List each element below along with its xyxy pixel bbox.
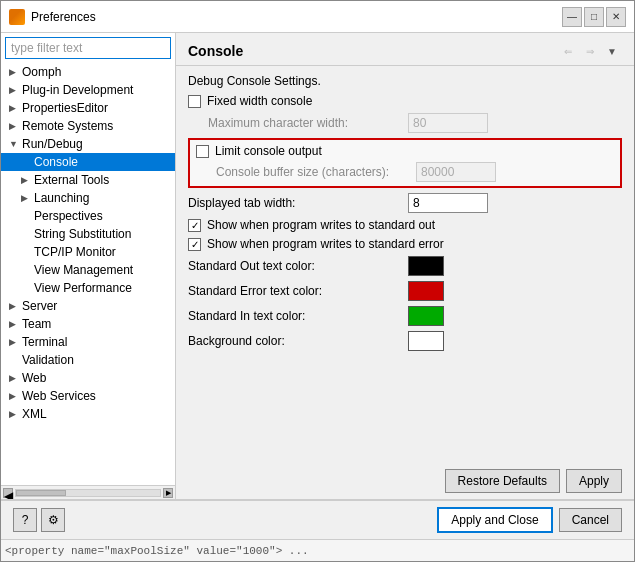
restore-defaults-button[interactable]: Restore Defaults — [445, 469, 560, 493]
tree-item-perspectives[interactable]: Perspectives — [1, 207, 175, 225]
title-bar-buttons: — □ ✕ — [562, 7, 626, 27]
tree-item-launching[interactable]: ▶ Launching — [1, 189, 175, 207]
tree-item-console[interactable]: Console — [1, 153, 175, 171]
panel-title: Console — [188, 43, 243, 59]
std-out-color-swatch[interactable] — [408, 256, 444, 276]
max-char-input — [408, 113, 488, 133]
tree-item-validation[interactable]: Validation — [1, 351, 175, 369]
tab-width-row: Displayed tab width: — [188, 193, 622, 213]
arrow-icon: ▶ — [9, 373, 19, 383]
show-stdout-row: Show when program writes to standard out — [188, 218, 622, 232]
tree-item-label: External Tools — [34, 173, 109, 187]
std-out-color-row: Standard Out text color: — [188, 256, 622, 276]
tree-item-label: View Performance — [34, 281, 132, 295]
tree-item-view-mgmt[interactable]: View Management — [1, 261, 175, 279]
max-char-label: Maximum character width: — [188, 116, 408, 130]
arrow-icon: ▶ — [9, 319, 19, 329]
left-panel: ▶ Oomph ▶ Plug-in Development ▶ Properti… — [1, 33, 176, 499]
arrow-icon — [21, 265, 31, 275]
close-button[interactable]: ✕ — [606, 7, 626, 27]
buffer-size-label: Console buffer size (characters): — [196, 165, 416, 179]
tree-item-run-debug[interactable]: ▼ Run/Debug — [1, 135, 175, 153]
arrow-icon: ▼ — [9, 139, 19, 149]
apply-button[interactable]: Apply — [566, 469, 622, 493]
show-stderr-checkbox[interactable] — [188, 238, 201, 251]
tree-item-label: Oomph — [22, 65, 61, 79]
minimize-button[interactable]: — — [562, 7, 582, 27]
arrow-icon — [21, 283, 31, 293]
tree-item-remote-systems[interactable]: ▶ Remote Systems — [1, 117, 175, 135]
tree-item-label: Console — [34, 155, 78, 169]
tree-item-view-perf[interactable]: View Performance — [1, 279, 175, 297]
apply-and-close-button[interactable]: Apply and Close — [437, 507, 552, 533]
show-stderr-row: Show when program writes to standard err… — [188, 237, 622, 251]
tree-item-external-tools[interactable]: ▶ External Tools — [1, 171, 175, 189]
history-dropdown-button[interactable]: ▼ — [602, 41, 622, 61]
limit-console-checkbox[interactable] — [196, 145, 209, 158]
show-stdout-checkbox[interactable] — [188, 219, 201, 232]
tree-item-string-sub[interactable]: String Substitution — [1, 225, 175, 243]
arrow-icon: ▶ — [21, 193, 31, 203]
arrow-icon: ▶ — [9, 337, 19, 347]
right-header: Console ⇐ ⇒ ▼ — [176, 33, 634, 66]
tree-item-label: Web Services — [22, 389, 96, 403]
tree-item-plugin-dev[interactable]: ▶ Plug-in Development — [1, 81, 175, 99]
tab-width-input[interactable] — [408, 193, 488, 213]
tree-item-label: View Management — [34, 263, 133, 277]
tree-item-label: Launching — [34, 191, 89, 205]
dialog-title: Preferences — [31, 10, 556, 24]
highlight-section: Limit console output Console buffer size… — [188, 138, 622, 188]
tree-item-web-services[interactable]: ▶ Web Services — [1, 387, 175, 405]
tree-item-label: Server — [22, 299, 57, 313]
arrow-icon: ▶ — [9, 85, 19, 95]
back-button[interactable]: ⇐ — [558, 41, 578, 61]
bg-color-label: Background color: — [188, 334, 408, 348]
tree-item-server[interactable]: ▶ Server — [1, 297, 175, 315]
arrow-icon: ▶ — [9, 301, 19, 311]
std-in-color-row: Standard In text color: — [188, 306, 622, 326]
section-title: Debug Console Settings. — [188, 74, 622, 88]
limit-console-label: Limit console output — [215, 144, 435, 158]
main-content: ▶ Oomph ▶ Plug-in Development ▶ Properti… — [1, 33, 634, 499]
tree-item-label: Terminal — [22, 335, 67, 349]
std-in-color-label: Standard In text color: — [188, 309, 408, 323]
tree-item-label: XML — [22, 407, 47, 421]
tree-item-oomph[interactable]: ▶ Oomph — [1, 63, 175, 81]
tree-item-web[interactable]: ▶ Web — [1, 369, 175, 387]
horizontal-scrollbar[interactable]: ◀ ▶ — [1, 485, 175, 499]
status-bar: <property name="maxPoolSize" value="1000… — [1, 539, 634, 561]
maximize-button[interactable]: □ — [584, 7, 604, 27]
preference-tree: ▶ Oomph ▶ Plug-in Development ▶ Properti… — [1, 63, 175, 485]
bg-color-swatch[interactable] — [408, 331, 444, 351]
tree-item-team[interactable]: ▶ Team — [1, 315, 175, 333]
std-in-color-swatch[interactable] — [408, 306, 444, 326]
scroll-thumb[interactable] — [16, 490, 66, 496]
buffer-size-row: Console buffer size (characters): — [196, 162, 614, 182]
arrow-icon: ▶ — [9, 67, 19, 77]
fixed-width-row: Fixed width console — [188, 94, 622, 108]
arrow-icon: ▶ — [21, 175, 31, 185]
show-stderr-label: Show when program writes to standard err… — [207, 237, 444, 251]
fixed-width-label: Fixed width console — [207, 94, 427, 108]
preferences-help-icon: ⚙ — [48, 513, 59, 527]
std-err-color-row: Standard Error text color: — [188, 281, 622, 301]
scroll-left-btn[interactable]: ◀ — [3, 488, 13, 498]
forward-button[interactable]: ⇒ — [580, 41, 600, 61]
tree-item-tcpip[interactable]: TCP/IP Monitor — [1, 243, 175, 261]
std-err-color-swatch[interactable] — [408, 281, 444, 301]
tree-item-xml[interactable]: ▶ XML — [1, 405, 175, 423]
tree-item-label: Remote Systems — [22, 119, 113, 133]
help-button[interactable]: ? — [13, 508, 37, 532]
scroll-right-btn[interactable]: ▶ — [163, 488, 173, 498]
cancel-button[interactable]: Cancel — [559, 508, 622, 532]
bottom-panel: ? ⚙ Apply and Close Cancel — [1, 499, 634, 539]
tree-item-label: Run/Debug — [22, 137, 83, 151]
filter-input[interactable] — [5, 37, 171, 59]
arrow-icon — [21, 247, 31, 257]
tree-item-props-editor[interactable]: ▶ PropertiesEditor — [1, 99, 175, 117]
preferences-help-button[interactable]: ⚙ — [41, 508, 65, 532]
fixed-width-checkbox[interactable] — [188, 95, 201, 108]
std-out-color-label: Standard Out text color: — [188, 259, 408, 273]
scroll-track[interactable] — [15, 489, 161, 497]
tree-item-terminal[interactable]: ▶ Terminal — [1, 333, 175, 351]
